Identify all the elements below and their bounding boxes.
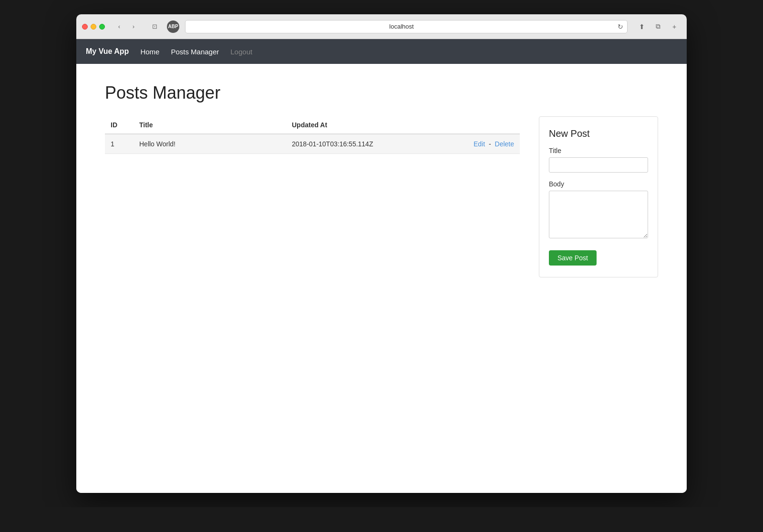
- title-input[interactable]: [549, 157, 648, 173]
- cell-id: 1: [105, 134, 134, 154]
- cell-title: Hello World!: [134, 134, 286, 154]
- body-form-group: Body: [549, 180, 648, 240]
- table-header: ID Title Updated At: [105, 116, 520, 134]
- app-content: My Vue App Home Posts Manager Logout Pos…: [76, 39, 687, 493]
- new-tab-button[interactable]: +: [668, 21, 681, 32]
- posts-table: ID Title Updated At 1 Hello World! 2018-…: [105, 116, 520, 154]
- fullscreen-button[interactable]: [99, 24, 105, 30]
- table-body: 1 Hello World! 2018-01-10T03:16:55.114Z …: [105, 134, 520, 154]
- extension-icon[interactable]: ABP: [167, 20, 179, 33]
- traffic-lights: [82, 24, 105, 30]
- page-title: Posts Manager: [105, 83, 658, 103]
- cell-actions: Edit - Delete: [391, 134, 520, 154]
- body-label: Body: [549, 180, 648, 188]
- cell-updated-at: 2018-01-10T03:16:55.114Z: [286, 134, 391, 154]
- save-post-button[interactable]: Save Post: [549, 250, 597, 266]
- nav-link-posts-manager[interactable]: Posts Manager: [171, 48, 219, 56]
- table-row: 1 Hello World! 2018-01-10T03:16:55.114Z …: [105, 134, 520, 154]
- main-container: Posts Manager ID Title Updated At: [76, 64, 687, 493]
- title-label: Title: [549, 147, 648, 154]
- tab-overview-button[interactable]: ⧉: [651, 21, 665, 32]
- nav-link-home[interactable]: Home: [140, 48, 159, 56]
- share-button[interactable]: ⬆: [635, 21, 649, 32]
- table-header-row: ID Title Updated At: [105, 116, 520, 134]
- action-separator: -: [487, 140, 493, 148]
- new-post-panel: New Post Title Body Save Post: [539, 116, 658, 277]
- close-button[interactable]: [82, 24, 88, 30]
- col-header-id: ID: [105, 116, 134, 134]
- panel-title: New Post: [549, 128, 648, 139]
- browser-window: ‹ › ⊡ ABP localhost ↻ ⬆ ⧉ + My Vue App H…: [76, 14, 687, 493]
- col-header-actions: [391, 116, 520, 134]
- col-header-updated-at: Updated At: [286, 116, 391, 134]
- posts-table-area: ID Title Updated At 1 Hello World! 2018-…: [105, 116, 520, 154]
- browser-titlebar: ‹ › ⊡ ABP localhost ↻ ⬆ ⧉ +: [76, 14, 687, 39]
- content-layout: ID Title Updated At 1 Hello World! 2018-…: [105, 116, 658, 277]
- reload-button[interactable]: ↻: [618, 23, 623, 31]
- navbar-brand: My Vue App: [86, 47, 129, 56]
- col-header-title: Title: [134, 116, 286, 134]
- toolbar-right: ⬆ ⧉ +: [635, 21, 681, 32]
- app-navbar: My Vue App Home Posts Manager Logout: [76, 39, 687, 64]
- body-textarea[interactable]: [549, 191, 648, 238]
- address-bar[interactable]: localhost ↻: [185, 20, 628, 33]
- delete-link[interactable]: Delete: [495, 140, 514, 148]
- forward-button[interactable]: ›: [127, 21, 140, 32]
- back-button[interactable]: ‹: [113, 21, 126, 32]
- sidebar-toggle-button[interactable]: ⊡: [148, 21, 161, 32]
- nav-buttons: ‹ ›: [113, 21, 140, 32]
- minimize-button[interactable]: [91, 24, 96, 30]
- url-text: localhost: [189, 23, 614, 30]
- nav-link-logout[interactable]: Logout: [230, 48, 252, 56]
- edit-link[interactable]: Edit: [474, 140, 485, 148]
- title-form-group: Title: [549, 147, 648, 173]
